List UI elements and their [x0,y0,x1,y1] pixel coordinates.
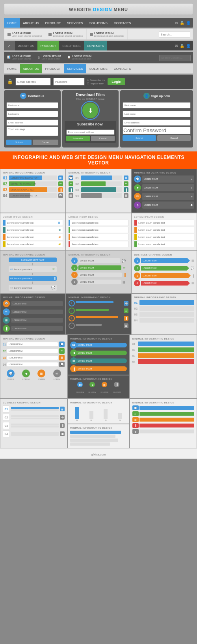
biz2-content-1 [11,407,59,411]
dark-item-1: 💬 LOREM IPSUM [3,300,63,307]
contact-title: ✏ Contact us [6,93,58,99]
cb-num-4: 04 [132,360,137,363]
bar-chart-item-3: 03 [104,409,108,421]
acc3-item-4: Lorem ipsum sample text [134,241,194,247]
acc-item-3: Lorem ipsum sample text ◀ [3,234,63,240]
signup-lastname[interactable] [123,111,191,117]
biz-arrow-tip-2 [187,266,189,271]
lock-icon: 🔒 [180,21,184,25]
nav-home[interactable]: HOME [4,18,20,28]
download-subtitle: Files are 30 MB ZIP format [65,98,117,100]
subscribe-email[interactable] [66,129,115,135]
nav2-contacts[interactable]: CONTACTS [84,41,107,50]
nav-about[interactable]: ABOUT US [20,18,42,28]
circle-3: 3 [71,272,78,278]
circle-4: 4 [71,279,78,285]
info-row-1: MINIMAL INFOGRAPHIC DESIGN 01 LOREM IPSU… [0,169,197,213]
pill-item-1: 📧 LOREM IPSUM [70,342,126,349]
nav-product[interactable]: PRODUCT [42,18,64,28]
bubble-bar-4: LOREM IPSUM 💬 [142,202,194,209]
signup-email[interactable] [123,119,191,126]
nav3-product[interactable]: PRODUCT [42,64,64,73]
icon-2-4: ▦ [124,193,128,198]
nav-solutions[interactable]: SOLUTIONS [86,18,111,28]
signup-cancel[interactable]: Cancel [157,135,191,141]
nav3-home[interactable]: HOME [4,64,20,73]
nav3-about[interactable]: ABOUT US [20,64,42,73]
nav3-contacts[interactable]: CONTACTS [111,64,134,73]
mail-icon[interactable]: ✉ [175,21,178,25]
subscribe-btn-row: Subscribe Cancel [66,136,115,141]
nav2-about[interactable]: ABOUT US [15,41,37,50]
mi3-item-4: ▐ [132,423,194,428]
contact-icon: ✏ [20,93,26,99]
bar-3: DIRECTUS SAMPLE TEXT [9,187,57,192]
subscribe-cancel[interactable]: Cancel [91,136,115,141]
password-input[interactable] [53,78,85,86]
nav-bar-2: ⌂ ABOUT US PRODUCT SOLUTIONS CONTACTS ✉ … [4,41,193,50]
remember-text: ☐ Remember me ☐ Register now [87,78,105,85]
dark2-circle-2: 2 [69,308,75,314]
mi3-bar-1 [139,406,194,410]
signup-submit[interactable]: Submit [123,135,156,141]
search-input-2[interactable] [159,55,191,61]
light-item-3: 03 [134,312,194,317]
mb-bar-3 [70,439,118,442]
speech-list-1: 01 LOREM IPSUM 💬 02 LOREM IPSUM ✏ 03 LOR… [3,342,65,367]
dark2-item-2: 2 ✏ [69,308,129,314]
subscribe-button[interactable]: Subscribe [66,136,90,141]
nav2-product[interactable]: PRODUCT [37,41,59,50]
mi3-bar-5 [139,429,194,433]
bubble-row-3: ✉ LOREM IPSUM ▶ [134,193,194,200]
mail-icon-2[interactable]: ✉ [175,44,178,48]
contact-cancel[interactable]: Cancel [33,140,58,145]
acc3-item-2: Lorem ipsum sample text [134,227,194,233]
icon-chart: ▦ [58,175,63,180]
signup-panel: 👤 Sign up now Submit Cancel [120,90,193,147]
info-cell-4: LOREM IPSUM DESIGN Lorem ipsum sample te… [0,213,66,251]
signup-password[interactable] [123,127,191,134]
pill-item-4: ▐ LOREM IPSUM [70,365,126,372]
dark2-bar-4b [76,326,95,328]
search-box-2 [159,53,191,61]
nav3-solutions[interactable]: SOLUTIONS [86,64,111,73]
dark-list-1: 💬 LOREM IPSUM ✏ LOREM IPSUM ▦ LOREM IPSU… [3,300,63,332]
nav2-solutions[interactable]: SOLUTIONS [59,41,84,50]
info-title-9: BUSINESS GRAPHIC DESIGN [134,254,194,256]
acc-item-4: Lorem ipsum sample text ◀ [3,241,63,247]
step-icon-1: 📧 01 LOREM [74,382,85,396]
home-btn-2[interactable]: ⌂ [4,41,15,50]
info-title-7: MINIMAL INFOGRAPHIC DESIGN [3,254,63,256]
biz-arrow-1: LOREM IPSUM [141,258,188,263]
mb-bar-4 [70,442,110,446]
contact-submit[interactable]: Submit [6,140,32,145]
bar-chart-bar-4 [118,413,122,419]
contact-message[interactable] [6,127,58,136]
biz2-bar-2b [11,418,59,419]
login-button[interactable]: Login [108,78,125,85]
mi3-item-1: 💬 [132,405,194,410]
chart-icon-2: ▐ [69,187,73,192]
flow2-item-4: 4 LOREM IPSUM ▦ [71,279,125,285]
signup-firstname[interactable] [123,102,191,108]
light-bar-4 [139,318,194,323]
contact-firstname[interactable] [6,102,58,108]
nav-services[interactable]: SERVICES [64,18,86,28]
nav-contacts[interactable]: CONTACTS [111,18,134,28]
contact-email[interactable] [6,119,58,126]
search-input-1[interactable] [159,31,190,37]
flow2-icon-4: ▦ [123,280,126,284]
light-bar-2 [139,306,194,311]
contact-lastname[interactable] [6,111,58,117]
biz2-bar-4b [11,434,59,436]
biz2-list: 01 ▦ 02 💬 [3,405,65,437]
info-cell-13: MINIMAL INFOGRAPHIC DESIGN 01 LOREM IPSU… [0,335,67,399]
list-item-3: 03 DIRECTUS SAMPLE TEXT ▐ [3,187,63,192]
pencil-icon-2: ✏ [69,181,73,186]
email-input[interactable] [15,78,51,86]
nav3-services[interactable]: SERVICES [64,64,86,73]
info-row-6: BUSINESS GRAPHIC DESIGN 01 ▦ 02 [0,399,197,448]
info-title-12: MINIMAL INFOGRAPHIC DESIGN [134,296,194,299]
acc-icon-1: ▦ [56,220,63,226]
info-cell-20: MINIMAL INFOGRAPHIC DESIGN 💬 ✏ ▦ ▐ [130,399,197,448]
